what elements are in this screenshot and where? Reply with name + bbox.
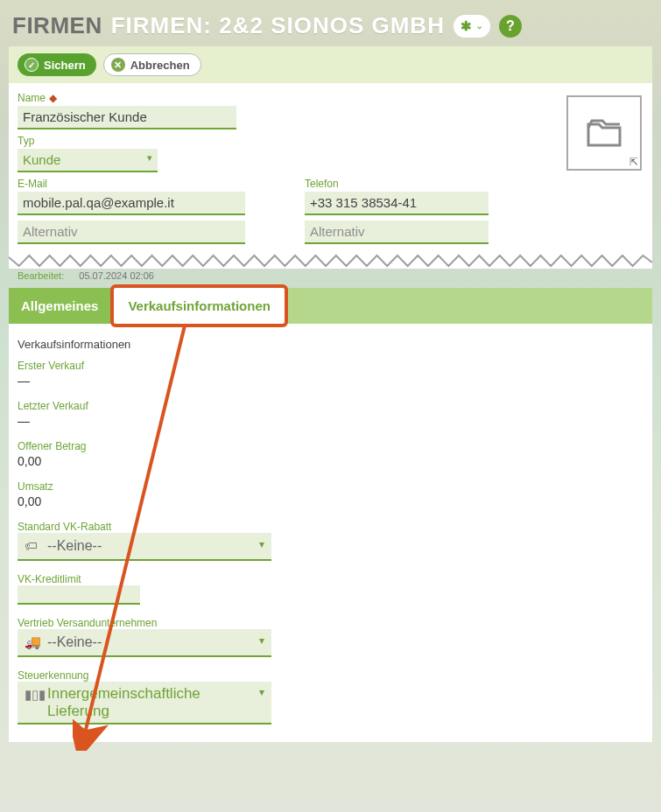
- open-amount-label: Offener Betrag: [18, 440, 643, 452]
- open-amount-value: 0,00: [18, 454, 643, 468]
- cancel-button[interactable]: ✕ Abbrechen: [103, 53, 201, 76]
- breadcrumb: FIRMEN: [12, 12, 102, 39]
- save-button[interactable]: ✓ Sichern: [18, 53, 96, 76]
- truck-icon: 🚚: [25, 634, 41, 650]
- actions-menu-button[interactable]: ✱ ⌄: [454, 15, 490, 38]
- torn-divider: [9, 249, 652, 269]
- name-label: Name◆: [18, 92, 643, 104]
- barcode-icon: ▮▯▮: [25, 687, 46, 702]
- cancel-button-label: Abbrechen: [130, 59, 190, 72]
- tax-select[interactable]: ▮▯▮ Innergemeinschaftliche Lieferung ▾: [18, 682, 271, 724]
- shipper-label: Vertrieb Versandunternehmen: [18, 617, 643, 629]
- chevron-down-icon: ▾: [259, 538, 264, 550]
- last-sale-value: —: [18, 414, 643, 428]
- type-select-value: Kunde: [23, 152, 60, 167]
- gear-icon: ✱: [461, 18, 472, 34]
- edit-panel: ✓ Sichern ✕ Abbrechen ⇱ Name◆ Typ Kunde: [9, 46, 652, 249]
- chevron-down-icon: ⌄: [475, 20, 483, 32]
- chevron-down-icon: ▾: [259, 687, 264, 699]
- phone-alt-input[interactable]: Alternativ: [305, 220, 489, 244]
- revenue-value: 0,00: [18, 494, 643, 508]
- phone-label: Telefon: [305, 178, 643, 190]
- tag-icon: 🏷: [25, 538, 38, 553]
- edited-value: 05.07.2024 02:06: [79, 270, 154, 281]
- revenue-label: Umsatz: [18, 480, 643, 493]
- edited-label: Bearbeitet:: [18, 270, 64, 281]
- type-label: Typ: [18, 135, 643, 147]
- panel-actionbar: ✓ Sichern ✕ Abbrechen: [9, 46, 652, 83]
- image-upload-box[interactable]: ⇱: [566, 95, 642, 171]
- export-icon: ⇱: [629, 156, 638, 168]
- tab-general[interactable]: Allgemeines: [9, 288, 110, 324]
- email-alt-input[interactable]: Alternativ: [18, 220, 245, 244]
- page-title: FIRMEN: 2&2 SIONOS GMBH: [111, 12, 445, 39]
- phone-input[interactable]: [305, 192, 489, 215]
- question-icon: ?: [506, 18, 515, 34]
- form-area: ⇱ Name◆ Typ Kunde ▾ E-Mail Alternativ: [9, 83, 652, 249]
- tax-label: Steuerkennung: [18, 669, 643, 682]
- shipper-select[interactable]: 🚚 --Keine-- ▾: [18, 629, 271, 657]
- chevron-down-icon: ▾: [259, 634, 264, 647]
- tab-sales-highlighted[interactable]: Verkaufsinformationen: [110, 284, 288, 327]
- check-icon: ✓: [25, 58, 39, 72]
- folder-open-icon: [583, 112, 625, 154]
- credit-limit-input[interactable]: [18, 585, 140, 605]
- tax-value: Innergemeinschaftliche Lieferung: [47, 685, 200, 719]
- std-discount-label: Standard VK-Rabatt: [18, 521, 643, 533]
- save-button-label: Sichern: [44, 59, 86, 72]
- std-discount-value: --Keine--: [47, 538, 102, 553]
- help-button[interactable]: ?: [499, 15, 522, 38]
- first-sale-label: Erster Verkauf: [18, 360, 643, 372]
- tab-content-sales: Verkaufsinformationen Erster Verkauf — L…: [9, 324, 652, 742]
- email-input[interactable]: [18, 192, 245, 215]
- close-icon: ✕: [111, 58, 125, 72]
- edited-meta: Bearbeitet: 05.07.2024 02:06: [9, 269, 652, 286]
- shipper-value: --Keine--: [47, 634, 102, 649]
- first-sale-value: —: [18, 374, 643, 388]
- tab-bar: Allgemeines Verkaufsinformationen: [9, 288, 652, 324]
- std-discount-select[interactable]: 🏷 --Keine-- ▾: [18, 533, 271, 561]
- last-sale-label: Letzter Verkauf: [18, 400, 643, 412]
- name-input[interactable]: [18, 106, 236, 130]
- type-select[interactable]: Kunde ▾: [18, 149, 158, 172]
- required-icon: ◆: [49, 92, 57, 104]
- chevron-down-icon: ▾: [147, 152, 152, 164]
- email-label: E-Mail: [18, 178, 280, 190]
- credit-limit-label: VK-Kreditlimit: [18, 573, 643, 585]
- page-header: FIRMEN FIRMEN: 2&2 SIONOS GMBH ✱ ⌄ ?: [0, 0, 661, 46]
- section-title: Verkaufsinformationen: [18, 338, 643, 351]
